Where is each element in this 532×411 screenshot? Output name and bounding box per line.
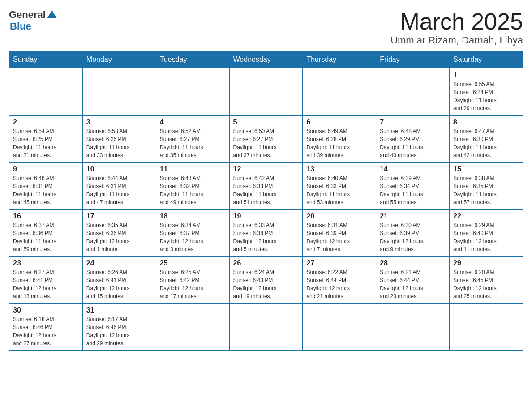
day-number: 5 (233, 118, 299, 126)
col-saturday: Saturday (450, 51, 523, 68)
day-info: Sunrise: 6:17 AM Sunset: 6:46 PM Dayligh… (86, 315, 152, 347)
table-row: 6Sunrise: 6:49 AM Sunset: 6:28 PM Daylig… (303, 116, 376, 163)
page-title: March 2025 (390, 9, 523, 34)
table-row (450, 304, 523, 351)
day-info: Sunrise: 6:54 AM Sunset: 6:25 PM Dayligh… (13, 127, 79, 159)
table-row: 10Sunrise: 6:44 AM Sunset: 6:31 PM Dayli… (82, 163, 156, 210)
day-number: 14 (380, 165, 446, 173)
day-number: 7 (380, 118, 446, 126)
day-number: 6 (306, 118, 372, 126)
table-row: 19Sunrise: 6:33 AM Sunset: 6:38 PM Dayli… (229, 210, 303, 257)
col-thursday: Thursday (303, 51, 376, 68)
day-info: Sunrise: 6:20 AM Sunset: 6:45 PM Dayligh… (453, 268, 519, 300)
table-row: 22Sunrise: 6:29 AM Sunset: 6:40 PM Dayli… (450, 210, 523, 257)
table-row (156, 68, 229, 116)
day-info: Sunrise: 6:50 AM Sunset: 6:27 PM Dayligh… (233, 127, 299, 159)
page-wrapper: General Blue March 2025 Umm ar Rizam, Da… (9, 9, 523, 351)
day-number: 22 (453, 212, 519, 220)
day-number: 8 (453, 118, 519, 126)
day-info: Sunrise: 6:18 AM Sunset: 6:46 PM Dayligh… (13, 315, 79, 347)
col-friday: Friday (376, 51, 450, 68)
table-row (229, 304, 303, 351)
table-row (229, 68, 303, 116)
day-info: Sunrise: 6:34 AM Sunset: 6:37 PM Dayligh… (160, 221, 226, 253)
table-row: 28Sunrise: 6:21 AM Sunset: 6:44 PM Dayli… (376, 257, 450, 304)
day-info: Sunrise: 6:25 AM Sunset: 6:42 PM Dayligh… (160, 268, 226, 300)
header: General Blue March 2025 Umm ar Rizam, Da… (9, 9, 523, 46)
table-row: 2Sunrise: 6:54 AM Sunset: 6:25 PM Daylig… (9, 116, 83, 163)
day-info: Sunrise: 6:27 AM Sunset: 6:41 PM Dayligh… (13, 268, 79, 300)
table-row: 15Sunrise: 6:38 AM Sunset: 6:35 PM Dayli… (450, 163, 523, 210)
table-row: 8Sunrise: 6:47 AM Sunset: 6:30 PM Daylig… (450, 116, 523, 163)
table-row (376, 68, 450, 116)
day-info: Sunrise: 6:48 AM Sunset: 6:29 PM Dayligh… (380, 127, 446, 159)
col-monday: Monday (82, 51, 156, 68)
table-row: 14Sunrise: 6:39 AM Sunset: 6:34 PM Dayli… (376, 163, 450, 210)
page-subtitle: Umm ar Rizam, Darnah, Libya (390, 34, 523, 46)
day-info: Sunrise: 6:37 AM Sunset: 6:36 PM Dayligh… (13, 221, 79, 253)
day-number: 11 (160, 165, 226, 173)
day-info: Sunrise: 6:53 AM Sunset: 6:26 PM Dayligh… (86, 127, 152, 159)
day-number: 31 (86, 306, 152, 314)
day-number: 28 (380, 259, 446, 267)
table-row: 7Sunrise: 6:48 AM Sunset: 6:29 PM Daylig… (376, 116, 450, 163)
day-number: 2 (13, 118, 79, 126)
table-row: 20Sunrise: 6:31 AM Sunset: 6:39 PM Dayli… (303, 210, 376, 257)
day-info: Sunrise: 6:24 AM Sunset: 6:43 PM Dayligh… (233, 268, 299, 300)
day-info: Sunrise: 6:46 AM Sunset: 6:31 PM Dayligh… (13, 174, 79, 206)
day-info: Sunrise: 6:33 AM Sunset: 6:38 PM Dayligh… (233, 221, 299, 253)
table-row (303, 304, 376, 351)
day-info: Sunrise: 6:42 AM Sunset: 6:33 PM Dayligh… (233, 174, 299, 206)
day-info: Sunrise: 6:29 AM Sunset: 6:40 PM Dayligh… (453, 221, 519, 253)
col-wednesday: Wednesday (229, 51, 303, 68)
title-block: March 2025 Umm ar Rizam, Darnah, Libya (390, 9, 523, 46)
day-info: Sunrise: 6:52 AM Sunset: 6:27 PM Dayligh… (160, 127, 226, 159)
day-info: Sunrise: 6:22 AM Sunset: 6:44 PM Dayligh… (306, 268, 372, 300)
calendar-week-row: 30Sunrise: 6:18 AM Sunset: 6:46 PM Dayli… (9, 304, 523, 351)
table-row: 11Sunrise: 6:43 AM Sunset: 6:32 PM Dayli… (156, 163, 229, 210)
day-number: 29 (453, 259, 519, 267)
table-row: 25Sunrise: 6:25 AM Sunset: 6:42 PM Dayli… (156, 257, 229, 304)
day-number: 18 (160, 212, 226, 220)
day-number: 9 (13, 165, 79, 173)
calendar-week-row: 9Sunrise: 6:46 AM Sunset: 6:31 PM Daylig… (9, 163, 523, 210)
calendar-week-row: 23Sunrise: 6:27 AM Sunset: 6:41 PM Dayli… (9, 257, 523, 304)
table-row: 16Sunrise: 6:37 AM Sunset: 6:36 PM Dayli… (9, 210, 83, 257)
logo: General Blue (9, 9, 57, 32)
table-row (376, 304, 450, 351)
day-number: 24 (86, 259, 152, 267)
day-number: 23 (13, 259, 79, 267)
table-row (9, 68, 83, 116)
day-number: 1 (453, 71, 519, 79)
day-info: Sunrise: 6:21 AM Sunset: 6:44 PM Dayligh… (380, 268, 446, 300)
day-number: 17 (86, 212, 152, 220)
table-row: 24Sunrise: 6:26 AM Sunset: 6:41 PM Dayli… (82, 257, 156, 304)
table-row: 29Sunrise: 6:20 AM Sunset: 6:45 PM Dayli… (450, 257, 523, 304)
day-info: Sunrise: 6:38 AM Sunset: 6:35 PM Dayligh… (453, 174, 519, 206)
table-row (82, 68, 156, 116)
day-number: 26 (233, 259, 299, 267)
table-row: 13Sunrise: 6:40 AM Sunset: 6:33 PM Dayli… (303, 163, 376, 210)
day-info: Sunrise: 6:30 AM Sunset: 6:39 PM Dayligh… (380, 221, 446, 253)
day-info: Sunrise: 6:39 AM Sunset: 6:34 PM Dayligh… (380, 174, 446, 206)
logo-triangle-icon (47, 9, 57, 21)
col-tuesday: Tuesday (156, 51, 229, 68)
calendar-week-row: 2Sunrise: 6:54 AM Sunset: 6:25 PM Daylig… (9, 116, 523, 163)
table-row: 30Sunrise: 6:18 AM Sunset: 6:46 PM Dayli… (9, 304, 83, 351)
day-number: 16 (13, 212, 79, 220)
day-number: 30 (13, 306, 79, 314)
day-info: Sunrise: 6:40 AM Sunset: 6:33 PM Dayligh… (306, 174, 372, 206)
day-number: 21 (380, 212, 446, 220)
day-number: 20 (306, 212, 372, 220)
day-number: 4 (160, 118, 226, 126)
day-info: Sunrise: 6:49 AM Sunset: 6:28 PM Dayligh… (306, 127, 372, 159)
logo-blue-text: Blue (10, 21, 31, 32)
day-number: 19 (233, 212, 299, 220)
calendar-week-row: 16Sunrise: 6:37 AM Sunset: 6:36 PM Dayli… (9, 210, 523, 257)
table-row: 5Sunrise: 6:50 AM Sunset: 6:27 PM Daylig… (229, 116, 303, 163)
table-row: 27Sunrise: 6:22 AM Sunset: 6:44 PM Dayli… (303, 257, 376, 304)
calendar-week-row: 1Sunrise: 6:55 AM Sunset: 6:24 PM Daylig… (9, 68, 523, 116)
table-row: 3Sunrise: 6:53 AM Sunset: 6:26 PM Daylig… (82, 116, 156, 163)
day-info: Sunrise: 6:35 AM Sunset: 6:36 PM Dayligh… (86, 221, 152, 253)
table-row: 21Sunrise: 6:30 AM Sunset: 6:39 PM Dayli… (376, 210, 450, 257)
